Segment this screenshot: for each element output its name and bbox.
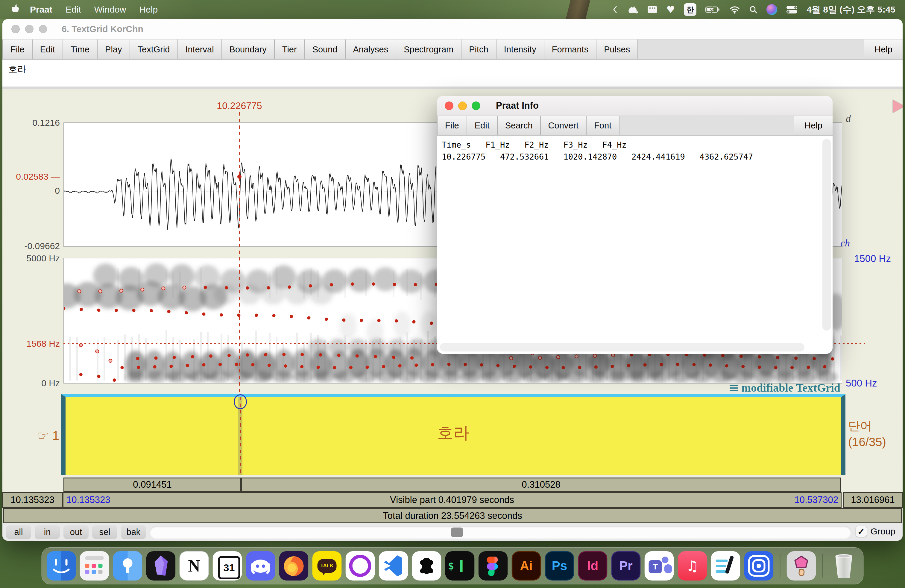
siri-icon[interactable] [767, 4, 777, 15]
menu-time[interactable]: Time [63, 40, 98, 59]
group-checkbox[interactable]: ✓ [856, 526, 867, 537]
dock-icon-downloads-stack[interactable] [787, 551, 816, 580]
dock-icon-things[interactable] [113, 551, 143, 580]
info-menu-help[interactable]: Help [794, 116, 833, 135]
time-scrollbar[interactable] [150, 526, 851, 539]
chevron-left-icon[interactable] [613, 5, 618, 14]
dock-icon-firefox[interactable] [279, 551, 308, 580]
dock-icon-calendar[interactable]: 31 [213, 551, 242, 580]
control-center-icon[interactable] [786, 5, 797, 14]
apple-logo-icon[interactable] [11, 4, 19, 15]
dock-icon-vscode[interactable] [379, 551, 408, 580]
dock-icon-photoshop[interactable]: Ps [545, 551, 574, 580]
wifi-icon[interactable] [729, 5, 740, 14]
menu-formants[interactable]: Formants [545, 40, 597, 59]
dock-icon-indesign[interactable]: Id [578, 551, 608, 580]
info-menu-font[interactable]: Font [587, 116, 619, 135]
menubar-clock[interactable]: 4월 8일 (수) 오후 5:45 [807, 3, 895, 16]
dock-icon-goodnotes[interactable] [711, 551, 740, 580]
dock-icon-black-x[interactable] [412, 551, 441, 580]
info-header-line: Time_s F1_Hz F2_Hz F3_Hz F4_Hz [437, 136, 833, 151]
dock-icon-finder[interactable] [47, 551, 76, 580]
info-menu-file[interactable]: File [437, 116, 467, 135]
dock-icon-teams[interactable]: T [645, 551, 674, 580]
zoom-button-out[interactable]: out [64, 525, 89, 539]
dock-icon-trash[interactable] [829, 551, 859, 580]
zoom-button-sel[interactable]: sel [92, 525, 117, 539]
dock-icon-illustrator[interactable]: Ai [512, 551, 541, 580]
info-menu-edit[interactable]: Edit [467, 116, 498, 135]
menu-spectrogram[interactable]: Spectrogram [396, 40, 462, 59]
minimize-button[interactable] [25, 25, 33, 33]
interval-text-field[interactable]: 호라 [2, 60, 903, 89]
duration-right[interactable]: 0.310528 [241, 478, 841, 492]
menubar-item-window[interactable]: Window [88, 0, 133, 19]
menu-textgrid[interactable]: TextGrid [130, 40, 178, 59]
menu-interval[interactable]: Interval [178, 40, 222, 59]
search-icon[interactable] [749, 5, 757, 14]
zoom-button[interactable] [39, 25, 47, 33]
menu-pulses[interactable]: Pulses [597, 40, 638, 59]
menu-file[interactable]: File [2, 40, 33, 59]
menubar-item-edit[interactable]: Edit [59, 0, 88, 19]
cursor-time-label[interactable]: 10.226775 [217, 100, 262, 111]
menu-tier[interactable]: Tier [275, 40, 305, 59]
info-minimize-button[interactable] [458, 102, 467, 110]
menubar-item-help[interactable]: Help [133, 0, 164, 19]
duration-left[interactable]: 0.091451 [64, 478, 241, 492]
modifiable-textgrid-label[interactable]: modifiable TextGrid [730, 381, 840, 394]
menu-analyses[interactable]: Analyses [346, 40, 397, 59]
menu-boundary[interactable]: Boundary [222, 40, 275, 59]
menubar-item-praat[interactable]: Praat [23, 0, 59, 19]
praat-info-window[interactable]: Praat Info FileEditSearchConvertFont Hel… [437, 96, 833, 354]
time-row: 10.135323 10.135323 Visible part 0.40197… [2, 492, 903, 508]
menu-sound[interactable]: Sound [305, 40, 346, 59]
info-zoom-button[interactable] [472, 102, 480, 110]
window-titlebar[interactable]: 6. TextGrid KorChn [2, 19, 903, 40]
sound-label-partial: d [846, 113, 851, 124]
play-triangle-icon[interactable] [893, 100, 903, 113]
menu-help[interactable]: Help [864, 40, 903, 59]
info-horizontal-scrollbar[interactable] [440, 343, 805, 351]
dock-icon-apple-music[interactable]: ♫ [678, 551, 707, 580]
info-menu-convert[interactable]: Convert [541, 116, 587, 135]
dock-icon-launchpad[interactable] [80, 551, 109, 580]
dock-icon-notion[interactable]: N [179, 551, 209, 580]
dock-icon-kakaotalk[interactable]: TALK [313, 551, 342, 580]
total-duration-label[interactable]: Total duration 23.554263 seconds [3, 508, 902, 523]
tier-number-label[interactable]: ☞ 1 [29, 428, 59, 443]
info-content[interactable]: Time_s F1_Hz F2_Hz F3_Hz F4_Hz 10.226775… [437, 136, 833, 354]
menu-pitch[interactable]: Pitch [462, 40, 496, 59]
textgrid-tier-interval[interactable]: 호라 [61, 394, 845, 475]
menu-intensity[interactable]: Intensity [497, 40, 545, 59]
start-total-time[interactable]: 10.135323 [2, 492, 62, 508]
visible-part-cell[interactable]: 10.135323 Visible part 0.401979 seconds … [62, 492, 841, 508]
zoom-button-all[interactable]: all [6, 525, 31, 539]
dock-icon-figma[interactable] [478, 551, 508, 580]
info-titlebar[interactable]: Praat Info [437, 96, 833, 116]
window-switcher-icon[interactable] [647, 6, 657, 13]
zoom-button-bak[interactable]: bak [121, 525, 146, 539]
close-button[interactable] [11, 25, 20, 33]
zoom-button-in[interactable]: in [35, 525, 60, 539]
dock-icon-terminal[interactable]: $ ▍ [445, 551, 475, 580]
cat-app-icon[interactable] [626, 5, 638, 14]
korean-ime-badge[interactable]: 한 [684, 3, 696, 16]
cursor-line[interactable] [239, 112, 240, 394]
end-total-time[interactable]: 13.016961 [843, 492, 903, 508]
info-close-button[interactable] [445, 102, 453, 110]
dock-icon-blue-concentric[interactable] [744, 551, 773, 580]
heart-icon[interactable]: ♥ [667, 4, 675, 15]
visible-part-label[interactable]: Visible part 0.401979 seconds [64, 494, 841, 505]
battery-icon[interactable] [705, 6, 720, 13]
menu-edit[interactable]: Edit [33, 40, 63, 59]
scrollbar-thumb[interactable] [451, 528, 463, 537]
info-menu-search[interactable]: Search [498, 116, 541, 135]
menu-play[interactable]: Play [98, 40, 130, 59]
dock-icon-obsidian[interactable] [146, 551, 176, 580]
info-vertical-scrollbar[interactable] [822, 139, 831, 331]
dock-icon-purple-ring[interactable] [346, 551, 375, 580]
dock-icon-discord[interactable] [246, 551, 275, 580]
dock-icon-premiere[interactable]: Pr [611, 551, 641, 580]
boundary-handle[interactable] [234, 394, 247, 409]
